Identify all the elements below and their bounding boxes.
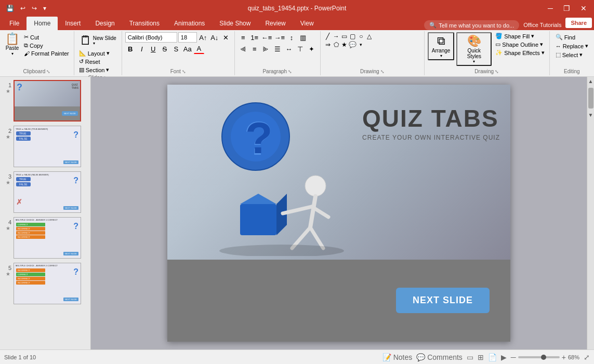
- slide-preview-1[interactable]: ? QUIZTABS NEXT SLIDE: [14, 80, 81, 122]
- reset-button[interactable]: ↺ Reset: [77, 58, 118, 65]
- slide-thumb-3[interactable]: 3 ★ TRUE or FALSE (FALSE ANSWER) TRUE FA…: [3, 170, 87, 214]
- save-quick-button[interactable]: 💾: [4, 4, 16, 13]
- numbering-button[interactable]: 1≡: [249, 32, 260, 43]
- shape-effects-button[interactable]: ✨ Shape Effects ▾: [494, 49, 546, 57]
- strikethrough-button[interactable]: S: [160, 44, 170, 54]
- scroll-thumb[interactable]: [588, 88, 593, 109]
- zoom-in-button[interactable]: +: [562, 353, 566, 361]
- slide-thumb-5[interactable]: 5 ★ MULTIPLE CHOICE - ANSWER 2 CORRECT I…: [3, 262, 87, 305]
- shape-rect[interactable]: ▭: [340, 32, 349, 41]
- redo-quick-button[interactable]: ↪: [30, 4, 39, 13]
- find-button[interactable]: 🔍 Find: [554, 33, 590, 41]
- drawing-expand-icon[interactable]: ⤡: [380, 69, 385, 74]
- tab-file[interactable]: File: [2, 17, 27, 30]
- change-case-button[interactable]: Aa: [182, 44, 193, 54]
- tab-transitions[interactable]: Transitions: [122, 17, 167, 30]
- scroll-down-arrow[interactable]: ▼: [587, 111, 594, 119]
- font-expand-icon[interactable]: ⤡: [182, 69, 186, 74]
- paragraph-expand-icon[interactable]: ⤡: [288, 69, 292, 74]
- office-tutorials-link[interactable]: Office Tutorials: [519, 20, 565, 30]
- align-text-button[interactable]: ⊤: [295, 44, 306, 54]
- notes-button[interactable]: 📝 Notes: [382, 353, 412, 361]
- shape-callout[interactable]: 💬: [349, 41, 357, 49]
- shape-more[interactable]: ▾: [357, 41, 365, 49]
- reading-view-button[interactable]: 📄: [488, 353, 497, 361]
- shape-arrow[interactable]: →: [332, 32, 340, 41]
- quick-styles-button[interactable]: 🎨 Quick Styles ▾: [456, 32, 492, 66]
- columns-button[interactable]: ▥: [298, 32, 308, 43]
- normal-view-button[interactable]: ▭: [467, 353, 473, 361]
- decrease-font-button[interactable]: A↓: [209, 32, 220, 43]
- minimize-button[interactable]: ─: [545, 3, 556, 14]
- customize-quick-button[interactable]: ▾: [41, 4, 48, 13]
- font-color-button[interactable]: A: [194, 44, 204, 54]
- shape-rtarrow[interactable]: ⇒: [324, 41, 332, 49]
- shape-oval[interactable]: ○: [357, 32, 365, 41]
- tab-slideshow[interactable]: Slide Show: [212, 17, 258, 30]
- slide-preview-4[interactable]: MULTIPLE CHOICE - ANSWER 1 CORRECT CORRE…: [14, 217, 81, 259]
- zoom-slider[interactable]: [518, 356, 560, 358]
- slide-panel[interactable]: 1 ★ ? QUIZTABS NEXT SLIDE 2 ★ TRUE or FA…: [0, 77, 91, 349]
- paste-button[interactable]: 📋 Paste ▾: [3, 32, 21, 57]
- line-spacing-button[interactable]: ↕: [286, 32, 297, 43]
- copy-button[interactable]: ⧉ Copy: [22, 42, 71, 49]
- shape-star[interactable]: ★: [340, 41, 349, 49]
- font-size-input[interactable]: [178, 32, 197, 43]
- replace-button[interactable]: ↔ Replace ▾: [554, 42, 590, 50]
- comments-button[interactable]: 💬 Comments: [416, 353, 463, 361]
- tab-insert[interactable]: Insert: [58, 17, 88, 30]
- slide-thumb-1[interactable]: 1 ★ ? QUIZTABS NEXT SLIDE: [3, 79, 87, 123]
- align-left-button[interactable]: ⫷: [238, 44, 248, 54]
- increase-indent-button[interactable]: →≡: [273, 32, 285, 43]
- tab-home[interactable]: Home: [27, 17, 58, 30]
- font-name-input[interactable]: [125, 32, 177, 43]
- cut-button[interactable]: ✂ Cut: [22, 33, 71, 41]
- new-slide-button[interactable]: 🗒 New Slide ▾: [77, 32, 118, 49]
- decrease-indent-button[interactable]: ←≡: [261, 32, 273, 43]
- zoom-out-button[interactable]: ─: [511, 353, 516, 361]
- next-slide-button[interactable]: NEXT SLIDE: [396, 288, 490, 313]
- align-right-button[interactable]: ⫸: [261, 44, 271, 54]
- tab-design[interactable]: Design: [88, 17, 122, 30]
- drawing2-expand-icon[interactable]: ⤡: [495, 69, 499, 74]
- clipboard-expand-icon[interactable]: ⤡: [46, 69, 50, 74]
- slide-canvas[interactable]: ? ?: [167, 85, 510, 342]
- slide-preview-3[interactable]: TRUE or FALSE (FALSE ANSWER) TRUE FALSE …: [14, 171, 81, 213]
- tell-me-box[interactable]: 🔍 Tell me what you want to do...: [424, 20, 519, 30]
- scroll-up-arrow[interactable]: ▲: [587, 77, 594, 86]
- bold-button[interactable]: B: [125, 44, 136, 54]
- select-button[interactable]: ⬚ Select ▾: [554, 51, 590, 59]
- fit-page-button[interactable]: ⤢: [584, 353, 590, 361]
- slide-thumb-4[interactable]: 4 ★ MULTIPLE CHOICE - ANSWER 1 CORRECT C…: [3, 216, 87, 260]
- shape-fill-button[interactable]: 🪣 Shape Fill ▾: [494, 32, 546, 40]
- close-button[interactable]: ✕: [577, 3, 590, 14]
- section-button[interactable]: ▤ Section ▾: [77, 66, 118, 74]
- underline-button[interactable]: U: [148, 44, 159, 54]
- tab-animations[interactable]: Animations: [167, 17, 212, 30]
- tab-view[interactable]: View: [293, 17, 321, 30]
- slideshow-button[interactable]: ▶: [501, 353, 507, 361]
- format-painter-button[interactable]: 🖌 Format Painter: [22, 50, 71, 57]
- share-button[interactable]: Share: [565, 18, 592, 28]
- clear-format-button[interactable]: ✕: [221, 32, 231, 43]
- shape-pentagon[interactable]: ⬠: [332, 41, 340, 49]
- increase-font-button[interactable]: A↑: [198, 32, 208, 43]
- italic-button[interactable]: I: [137, 44, 147, 54]
- slide-preview-5[interactable]: MULTIPLE CHOICE - ANSWER 2 CORRECT INCOR…: [14, 263, 81, 304]
- slide-thumb-2[interactable]: 2 ★ TRUE or FALSE (TRUE ANSWER) TRUE FAL…: [3, 125, 87, 168]
- shape-line[interactable]: ╱: [324, 32, 332, 41]
- bullets-button[interactable]: ≡: [238, 32, 248, 43]
- layout-button[interactable]: 📐 Layout ▾: [77, 49, 118, 57]
- text-direction-button[interactable]: ↔: [284, 44, 294, 54]
- shape-outline-button[interactable]: ▭ Shape Outline ▾: [494, 41, 546, 48]
- shape-rounded[interactable]: ▢: [349, 32, 357, 41]
- tab-review[interactable]: Review: [258, 17, 293, 30]
- slide-sorter-button[interactable]: ⊞: [478, 353, 484, 361]
- smart-art-button[interactable]: ✦: [307, 44, 317, 54]
- restore-button[interactable]: ❐: [560, 3, 573, 14]
- slide-preview-2[interactable]: TRUE or FALSE (TRUE ANSWER) TRUE FALSE ?…: [14, 126, 81, 167]
- shadow-button[interactable]: S: [171, 44, 181, 54]
- undo-quick-button[interactable]: ↩: [18, 4, 28, 13]
- justify-button[interactable]: ☰: [272, 44, 283, 54]
- align-center-button[interactable]: ≡: [249, 44, 260, 54]
